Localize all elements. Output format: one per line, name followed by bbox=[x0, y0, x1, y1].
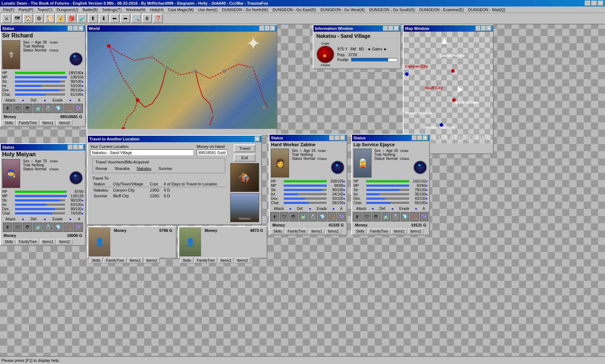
tab-row-z: Skills FamilyTree Items1 Items2 bbox=[270, 228, 347, 235]
tab-familytree-p2[interactable]: FamilyTree bbox=[194, 258, 217, 263]
tab-items1-hm[interactable]: Items1 bbox=[40, 239, 56, 244]
voucher-sharaba[interactable]: Sharaba bbox=[115, 166, 130, 171]
menu-dungeon-examine[interactable]: DUNGEON - Examine(E) bbox=[417, 7, 466, 12]
tab-familytree-p1[interactable]: FamilyTree bbox=[103, 258, 126, 263]
tab-items2-p1[interactable]: Items2 bbox=[144, 258, 160, 263]
money-row-e: Money 19131 G bbox=[352, 222, 429, 228]
menu-settings[interactable]: Settings(T) bbox=[100, 7, 124, 12]
map-maximize[interactable]: □ bbox=[481, 26, 486, 31]
tab-items1-p2[interactable]: Items1 bbox=[218, 258, 234, 263]
menu-dungeon[interactable]: Dungeon(U) bbox=[54, 7, 80, 12]
status-maximize-sir-richard[interactable]: □ bbox=[73, 26, 78, 31]
tab-skills-e[interactable]: Skills bbox=[353, 229, 367, 234]
menu-dungeon-east[interactable]: DUNGEON - Go East(D) bbox=[270, 7, 318, 12]
status-bar-text: Please press [F1] to display help. bbox=[1, 358, 60, 363]
tab-items1-sr[interactable]: Items1 bbox=[40, 120, 56, 126]
tab-skills-p2[interactable]: Skills bbox=[180, 258, 193, 263]
tab-skills-p1[interactable]: Skills bbox=[89, 258, 103, 263]
minimize-app-button[interactable]: _ bbox=[585, 1, 591, 6]
tab-skills-hm[interactable]: Skills bbox=[2, 239, 15, 244]
portrait-panel1: 👤 bbox=[89, 228, 110, 256]
travel-row-1[interactable]: Sunrise Bluff City 120G 5 D bbox=[92, 193, 225, 199]
chaos-label-sr: Chaos bbox=[49, 49, 59, 52]
tab-skills-z[interactable]: Skills bbox=[271, 229, 284, 234]
tab-familytree-e[interactable]: FamilyTree bbox=[368, 229, 391, 234]
world-maximize[interactable]: □ bbox=[265, 26, 270, 31]
toolbar-btn-5[interactable]: 📜 bbox=[45, 14, 55, 23]
toolbar-btn-14[interactable]: ⏸ bbox=[142, 14, 152, 23]
menu-dungeon-south[interactable]: DUNGEON - Go South(S) bbox=[367, 7, 417, 12]
map-minimize[interactable]: _ bbox=[476, 26, 481, 31]
toolbar-btn-13[interactable]: 🔍 bbox=[131, 14, 141, 23]
menu-dungeon-wait[interactable]: DUNGEON - Wait(Q) bbox=[466, 7, 507, 12]
tab-items2-sr[interactable]: Items2 bbox=[57, 120, 72, 126]
tab-items2-p2[interactable]: Items2 bbox=[235, 258, 250, 263]
travel-row-0[interactable]: Nakatsu Canyon City 130G 6 D bbox=[92, 187, 225, 193]
gates-btn[interactable]: ◄ Gates ► bbox=[367, 47, 387, 51]
status-close-e[interactable]: ✕ bbox=[423, 135, 428, 140]
close-app-button[interactable]: ✕ bbox=[598, 1, 604, 6]
menu-use-item[interactable]: Use Item(I) bbox=[196, 7, 219, 12]
status-close-sir-richard[interactable]: ✕ bbox=[79, 26, 84, 31]
toolbar-btn-11[interactable]: ⬅ bbox=[110, 14, 120, 23]
menu-dungeon-north[interactable]: DUNGEON - Go North(W) bbox=[220, 7, 270, 12]
world-minimize[interactable]: _ bbox=[259, 26, 264, 31]
toolbar-btn-12[interactable]: ➡ bbox=[120, 14, 130, 23]
map-title-label: Map Window bbox=[405, 26, 429, 31]
world-close[interactable]: ✕ bbox=[270, 26, 275, 31]
toolbar-btn-15[interactable]: ❓ bbox=[153, 14, 163, 23]
status-minimize-sir-richard[interactable]: _ bbox=[68, 26, 73, 31]
menu-party[interactable]: Party(P) bbox=[17, 7, 35, 12]
tab-items1-p1[interactable]: Items1 bbox=[127, 258, 143, 263]
voucher-nakatsu[interactable]: Nakatsu bbox=[137, 166, 151, 171]
map-close[interactable]: ✕ bbox=[486, 26, 491, 31]
tab-items2-z[interactable]: Items2 bbox=[325, 229, 341, 234]
toolbar-btn-10[interactable]: ⬇ bbox=[99, 14, 109, 23]
tab-familytree-z[interactable]: FamilyTree bbox=[285, 229, 308, 234]
toolbar-btn-9[interactable]: ⬆ bbox=[88, 14, 98, 23]
month-info: 8M bbox=[351, 47, 356, 51]
tab-familytree-hm[interactable]: FamilyTree bbox=[16, 239, 39, 244]
info-minimize[interactable]: _ bbox=[383, 26, 388, 31]
toolbar-btn-6[interactable]: 💰 bbox=[55, 14, 66, 23]
maximize-app-button[interactable]: □ bbox=[591, 1, 597, 6]
menu-cast-magic[interactable]: Cast Magic(M) bbox=[166, 7, 196, 12]
menu-battle[interactable]: Battle(B) bbox=[80, 7, 100, 12]
voucher-romar[interactable]: Romar bbox=[95, 166, 107, 171]
toolbar-btn-7[interactable]: 🎒 bbox=[66, 14, 76, 23]
toolbar-btn-2[interactable]: 🗺 bbox=[12, 14, 22, 23]
toolbar-btn-1[interactable]: ⚔ bbox=[1, 14, 12, 23]
toolbar-btn-4[interactable]: ⚙ bbox=[34, 14, 44, 23]
status-close-z[interactable]: ✕ bbox=[340, 135, 345, 140]
tab-items2-hm[interactable]: Items2 bbox=[57, 239, 72, 244]
info-close[interactable]: ✕ bbox=[394, 26, 399, 31]
tab-items1-z[interactable]: Items1 bbox=[309, 229, 325, 234]
toolbar-btn-8[interactable]: 🧪 bbox=[77, 14, 87, 23]
tab-items2-e[interactable]: Items2 bbox=[408, 229, 424, 234]
money-value-hm: 18006 G bbox=[67, 233, 82, 238]
tab-familytree-sr[interactable]: FamilyTree bbox=[16, 120, 39, 126]
status-close-hm[interactable]: ✕ bbox=[79, 145, 84, 150]
travel-close[interactable]: ✕ bbox=[255, 136, 260, 141]
menu-window[interactable]: Window(N) bbox=[124, 7, 148, 12]
tab-items1-e[interactable]: Items1 bbox=[391, 229, 407, 234]
menu-dungeon-west[interactable]: DUNGEON - Go West(A) bbox=[318, 7, 367, 12]
menu-town[interactable]: Town(C) bbox=[35, 7, 54, 12]
status-minimize-hm[interactable]: _ bbox=[68, 145, 73, 150]
voucher-sunrise[interactable]: Sunrise bbox=[159, 166, 172, 171]
travel-button[interactable]: Travel bbox=[234, 144, 255, 152]
status-maximize-hm[interactable]: □ bbox=[73, 145, 78, 150]
menu-file[interactable]: File(F) bbox=[1, 7, 17, 12]
world-map[interactable]: ✦ bbox=[87, 32, 277, 129]
status-minimize-e[interactable]: _ bbox=[412, 135, 417, 140]
tab-skills-sr[interactable]: Skills bbox=[2, 120, 15, 126]
info-maximize[interactable]: □ bbox=[388, 26, 393, 31]
travel-cost-0: 130G bbox=[148, 187, 163, 193]
status-minimize-z[interactable]: _ bbox=[329, 135, 334, 140]
menu-help[interactable]: Help(H) bbox=[148, 7, 166, 12]
map-area[interactable]: Canyon City Grand Palace Bluff City Sand… bbox=[404, 32, 493, 143]
toolbar-btn-3[interactable]: 🏠 bbox=[23, 14, 33, 23]
status-maximize-e[interactable]: □ bbox=[417, 135, 422, 140]
exit-button[interactable]: Exit bbox=[234, 154, 255, 162]
status-maximize-z[interactable]: □ bbox=[335, 135, 340, 140]
